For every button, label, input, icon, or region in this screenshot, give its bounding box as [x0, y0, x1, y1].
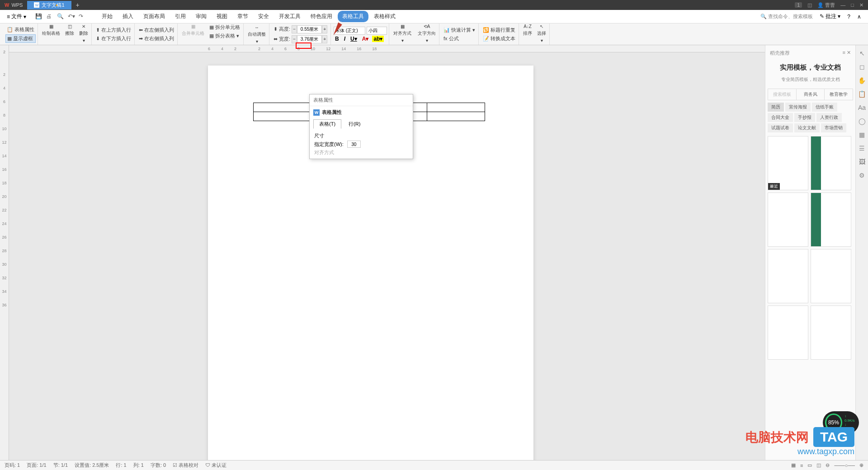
- status-section[interactable]: 节: 1/1: [53, 462, 68, 469]
- redo-icon[interactable]: ↷: [79, 13, 86, 20]
- undo-icon[interactable]: ↶▾: [68, 13, 75, 20]
- quick-calc-button[interactable]: 📊 快速计算▾: [442, 26, 476, 34]
- template-item[interactable]: [768, 193, 808, 247]
- highlight-button[interactable]: ab▾: [372, 36, 384, 42]
- cat-paper[interactable]: 论文文献: [794, 123, 820, 132]
- notification-badge[interactable]: 1: [795, 2, 802, 8]
- user-avatar[interactable]: 👤 曹曹: [817, 2, 835, 9]
- style-icon[interactable]: Aa: [858, 104, 866, 112]
- cat-contract[interactable]: 合同大全: [768, 113, 793, 122]
- menu-view[interactable]: 视图: [212, 11, 232, 22]
- zoom-slider[interactable]: ───○──: [834, 463, 855, 468]
- table-properties-button[interactable]: 📋 表格属性: [5, 26, 36, 33]
- font-color-button[interactable]: A▾: [361, 36, 370, 42]
- template-item[interactable]: [768, 249, 808, 303]
- font-size-select[interactable]: [367, 27, 387, 35]
- comments-button[interactable]: ✎ 批注 ▾: [820, 13, 841, 20]
- menu-special[interactable]: 特色应用: [306, 11, 337, 22]
- template-item[interactable]: 最近: [768, 136, 808, 190]
- maximize-button[interactable]: □: [851, 2, 854, 8]
- menu-table-style[interactable]: 表格样式: [369, 11, 400, 22]
- status-page[interactable]: 页面: 1/1: [27, 462, 46, 469]
- eraser-button[interactable]: ◫擦除: [64, 24, 75, 45]
- zoom-out[interactable]: ⊖: [826, 462, 830, 468]
- layout-icon[interactable]: ▦: [858, 131, 866, 139]
- menu-layout[interactable]: 页面布局: [139, 11, 170, 22]
- document-tab[interactable]: W 文字文稿1 ●: [27, 1, 71, 9]
- panel-tab-search[interactable]: 搜索模板: [768, 89, 797, 100]
- select-icon[interactable]: ◻: [858, 63, 866, 71]
- menu-references[interactable]: 引用: [170, 11, 190, 22]
- show-border-button[interactable]: ▦ 显示虚框: [5, 34, 36, 43]
- height-input[interactable]: [297, 25, 322, 33]
- convert-to-text-button[interactable]: 📝 转换成文本: [481, 35, 517, 42]
- panel-tab-education[interactable]: 教育教学: [825, 89, 853, 100]
- cat-exam[interactable]: 试题试卷: [768, 123, 793, 132]
- print-icon[interactable]: 🖨: [46, 13, 53, 20]
- zoom-in[interactable]: ⊕: [859, 462, 863, 468]
- cat-hr[interactable]: 人资行政: [816, 113, 842, 122]
- status-chars[interactable]: 字数: 0: [151, 462, 166, 469]
- save-icon[interactable]: 💾: [35, 13, 42, 20]
- bold-button[interactable]: B: [334, 36, 340, 42]
- minimize-button[interactable]: —: [840, 2, 845, 8]
- cursor-icon[interactable]: ↖: [858, 50, 866, 58]
- file-menu[interactable]: ≡文件▾: [2, 13, 31, 20]
- view-mode-4[interactable]: ◫: [816, 462, 821, 468]
- select-button[interactable]: ↖选择▾: [536, 24, 547, 45]
- popover-width-input[interactable]: [347, 141, 361, 148]
- height-increase[interactable]: +: [322, 25, 327, 33]
- italic-button[interactable]: I: [343, 36, 347, 42]
- cat-letter[interactable]: 信纸手账: [812, 103, 837, 112]
- panel-menu-icon[interactable]: ≡: [843, 50, 845, 55]
- view-mode-1[interactable]: ▦: [791, 462, 796, 468]
- status-auth[interactable]: 🛡 未认证: [205, 462, 226, 469]
- draw-table-button[interactable]: ▦绘制表格: [41, 24, 61, 45]
- cat-marketing[interactable]: 市场营销: [821, 123, 846, 132]
- split-table-button[interactable]: ▦ 拆分表格▾: [208, 32, 241, 40]
- popover-tab-table[interactable]: 表格(T): [313, 119, 341, 129]
- clipboard-icon[interactable]: 📋: [858, 90, 866, 99]
- outline-icon[interactable]: ☰: [858, 145, 866, 153]
- menu-section[interactable]: 章节: [233, 11, 253, 22]
- collapse-ribbon-icon[interactable]: ∧: [857, 14, 861, 20]
- width-input[interactable]: [297, 35, 322, 43]
- template-item[interactable]: [811, 193, 851, 247]
- command-search[interactable]: 🔍 查找命令、搜索模板: [760, 13, 813, 20]
- template-item[interactable]: [768, 306, 808, 360]
- delete-button[interactable]: ✕删除▾: [78, 24, 90, 45]
- view-mode-2[interactable]: ≡: [800, 463, 803, 468]
- panel-close-icon[interactable]: ✕: [847, 50, 851, 55]
- preview-icon[interactable]: 🔍: [57, 13, 64, 20]
- view-mode-3[interactable]: ▭: [807, 462, 812, 468]
- menu-security[interactable]: 安全: [254, 11, 274, 22]
- cat-handwrite[interactable]: 手抄报: [794, 113, 815, 122]
- menu-start[interactable]: 开始: [97, 11, 117, 22]
- width-decrease[interactable]: −: [292, 35, 297, 43]
- apps-icon[interactable]: ◫: [807, 2, 812, 8]
- menu-insert[interactable]: 插入: [118, 11, 138, 22]
- popover-tab-row[interactable]: 行(R): [343, 119, 366, 129]
- panel-tab-business[interactable]: 商务风: [797, 89, 825, 100]
- menu-table-tools[interactable]: 表格工具: [338, 11, 368, 22]
- shape-icon[interactable]: ◯: [858, 118, 866, 126]
- height-decrease[interactable]: −: [292, 25, 297, 33]
- menu-devtools[interactable]: 开发工具: [274, 11, 305, 22]
- width-increase[interactable]: +: [322, 35, 327, 43]
- underline-button[interactable]: U▾: [349, 36, 359, 42]
- template-item[interactable]: [811, 136, 851, 190]
- menu-review[interactable]: 审阅: [191, 11, 211, 22]
- insert-row-below-button[interactable]: ⬇ 在下方插入行: [94, 35, 132, 42]
- new-tab-button[interactable]: +: [71, 1, 84, 9]
- sort-button[interactable]: A↓Z排序: [522, 24, 533, 45]
- insert-row-above-button[interactable]: ⬆ 在上方插入行: [94, 26, 132, 34]
- cat-poster[interactable]: 宣传海报: [785, 103, 811, 112]
- cat-resume[interactable]: 简历: [768, 103, 784, 112]
- align-button[interactable]: ▦对齐方式▾: [392, 24, 413, 45]
- status-page-num[interactable]: 页码: 1: [5, 462, 20, 469]
- repeat-header-button[interactable]: 🔁 标题行重复: [481, 26, 517, 34]
- close-button[interactable]: ✕: [859, 2, 863, 8]
- split-cells-button[interactable]: ▦ 拆分单元格: [208, 24, 241, 31]
- insert-col-right-button[interactable]: ➡ 在右侧插入列: [137, 35, 175, 42]
- autofit-button[interactable]: ↔自动调整▾: [246, 24, 267, 44]
